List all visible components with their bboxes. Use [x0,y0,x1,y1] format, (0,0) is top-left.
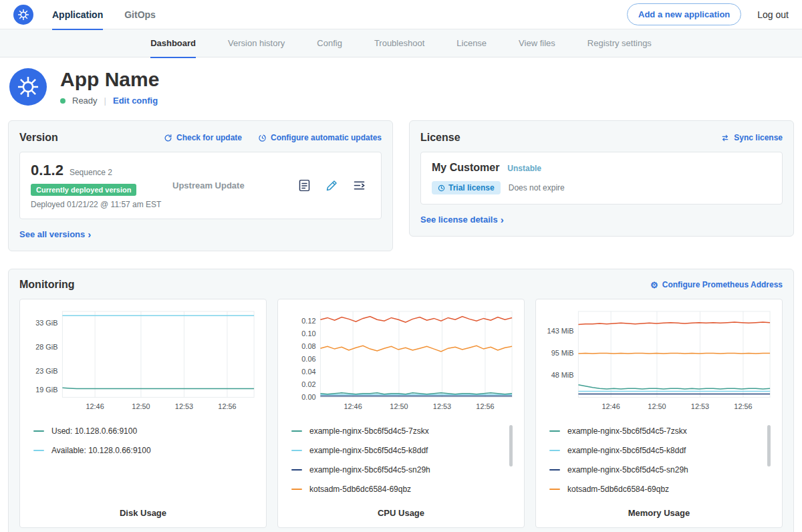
topnav-tabs: Application GitOps [52,0,177,29]
diff-icon[interactable] [352,178,366,192]
tab-application[interactable]: Application [52,0,103,29]
svg-text:12:50: 12:50 [648,402,666,410]
sync-license-label: Sync license [734,133,783,142]
divider: | [104,96,106,106]
subnav-item-dashboard[interactable]: Dashboard [150,29,196,57]
release-notes-icon[interactable] [297,178,311,192]
svg-text:23 GiB: 23 GiB [35,367,57,375]
see-all-versions-link[interactable]: See all versions › [19,229,91,240]
edit-config-icon[interactable] [325,178,339,192]
legend-item: kotsadm-5db6dc6584-69qbz [291,479,504,499]
svg-text:12:56: 12:56 [734,402,752,410]
legend-item: example-nginx-5bc6f5d4c5-sn29h [291,460,504,479]
license-card-title: License [420,132,460,144]
cpu-usage-title: CPU Usage [285,508,517,518]
edit-config-link[interactable]: Edit config [113,96,158,106]
gear-icon: ⚙ [650,281,658,289]
disk-usage-card: 12:4612:5012:5312:5619 GiB23 GiB28 GiB33… [19,299,267,528]
chevron-right-icon: › [501,214,504,225]
legend-item: Used: 10.128.0.66:9100 [33,421,246,440]
check-for-update-link[interactable]: Check for update [164,133,242,142]
svg-text:12:50: 12:50 [390,402,408,410]
legend-swatch [291,450,302,451]
svg-text:12:53: 12:53 [175,402,193,410]
deployed-info: Deployed 01/21/22 @ 11:57 am EST [31,200,172,209]
legend-label: example-nginx-5bc6f5d4c5-k8ddf [309,446,428,455]
subnav-item-version-history[interactable]: Version history [228,29,285,57]
top-navigation: Application GitOps Add a new application… [0,0,802,29]
subnav-item-view-files[interactable]: View files [519,29,555,57]
see-license-details-link[interactable]: See license details › [420,214,504,225]
legend-label: Available: 10.128.0.66:9100 [51,446,151,455]
page-title: App Name [60,68,159,91]
check-for-update-label: Check for update [176,133,242,142]
legend-swatch [549,469,560,471]
app-logo-icon [9,68,47,106]
legend-swatch [33,450,44,451]
svg-text:0.12: 0.12 [301,317,315,325]
add-application-button[interactable]: Add a new application [627,3,741,25]
logout-button[interactable]: Log out [757,9,789,20]
license-type-label: Trial license [448,183,495,192]
svg-text:12:56: 12:56 [476,402,494,410]
channel-label: Unstable [507,164,541,173]
configure-automatic-updates-label: Configure automatic updates [271,133,382,142]
legend-scrollbar[interactable] [509,425,513,467]
configure-automatic-updates-link[interactable]: Configure automatic updates [258,133,382,142]
svg-text:0.06: 0.06 [301,355,315,363]
subnav-item-config[interactable]: Config [317,29,342,57]
svg-text:0.00: 0.00 [301,393,315,401]
deployed-badge: Currently deployed version [31,184,136,196]
legend-item: example-nginx-5bc6f5d4c5-7zskx [291,421,504,440]
svg-text:0.02: 0.02 [301,380,315,388]
legend-label: kotsadm-5db6dc6584-69qbz [567,485,669,494]
svg-text:12:53: 12:53 [433,402,451,410]
configure-prometheus-link[interactable]: ⚙ Configure Prometheus Address [650,280,783,289]
kubernetes-logo-icon [13,5,33,25]
version-number: 0.1.2 [31,162,63,179]
license-box: My Customer Unstable Trial license Does … [420,152,783,205]
svg-text:12:53: 12:53 [691,402,709,410]
svg-text:95 MiB: 95 MiB [551,349,574,357]
svg-text:12:56: 12:56 [218,402,236,410]
legend-swatch [291,430,302,432]
legend-swatch [291,489,302,490]
refresh-icon [164,134,172,142]
chevron-right-icon: › [88,229,91,240]
legend-label: example-nginx-5bc6f5d4c5-7zskx [567,426,687,436]
monitoring-panel: Monitoring ⚙ Configure Prometheus Addres… [8,269,794,532]
tab-gitops[interactable]: GitOps [124,0,156,29]
sequence-label: Sequence 2 [70,168,112,177]
legend-swatch [291,469,302,471]
legend-item: example-nginx-5bc6f5d4c5-7zskx [549,421,762,440]
legend-label: example-nginx-5bc6f5d4c5-7zskx [309,426,429,436]
subnav-item-troubleshoot[interactable]: Troubleshoot [374,29,424,57]
memory-usage-legend: example-nginx-5bc6f5d4c5-7zskx example-n… [549,421,773,501]
svg-text:0.08: 0.08 [301,342,315,350]
svg-text:12:46: 12:46 [86,402,104,410]
license-card: License Sync license My Customer Unstabl… [409,120,794,237]
svg-text:33 GiB: 33 GiB [35,319,57,327]
cpu-usage-chart: 12:4612:5012:5312:560.000.020.040.060.08… [285,307,517,413]
legend-label: kotsadm-5db6dc6584-69qbz [309,485,411,494]
legend-swatch [549,430,560,432]
legend-label: example-nginx-5bc6f5d4c5-sn29h [567,465,688,475]
memory-usage-title: Memory Usage [543,508,775,518]
memory-usage-chart: 12:4612:5012:5312:5648 MiB95 MiB143 MiB [543,307,775,413]
disk-usage-legend: Used: 10.128.0.66:9100 Available: 10.128… [33,421,257,501]
legend-label: example-nginx-5bc6f5d4c5-k8ddf [567,446,686,455]
license-type-badge: Trial license [432,181,501,194]
status-label: Ready [72,96,98,106]
legend-swatch [549,489,560,490]
sync-license-link[interactable]: Sync license [720,133,783,142]
subnav-item-license[interactable]: License [456,29,487,57]
legend-scrollbar[interactable] [767,425,771,467]
svg-text:28 GiB: 28 GiB [35,343,57,351]
see-license-details-label: See license details [420,215,498,225]
legend-label: Used: 10.128.0.66:9100 [51,426,137,436]
subnav-item-registry-settings[interactable]: Registry settings [587,29,652,57]
legend-swatch [549,450,560,451]
summary-cards-row: Version Check for update Configure autom… [0,119,802,269]
svg-text:143 MiB: 143 MiB [547,327,574,335]
svg-text:0.10: 0.10 [301,329,315,338]
